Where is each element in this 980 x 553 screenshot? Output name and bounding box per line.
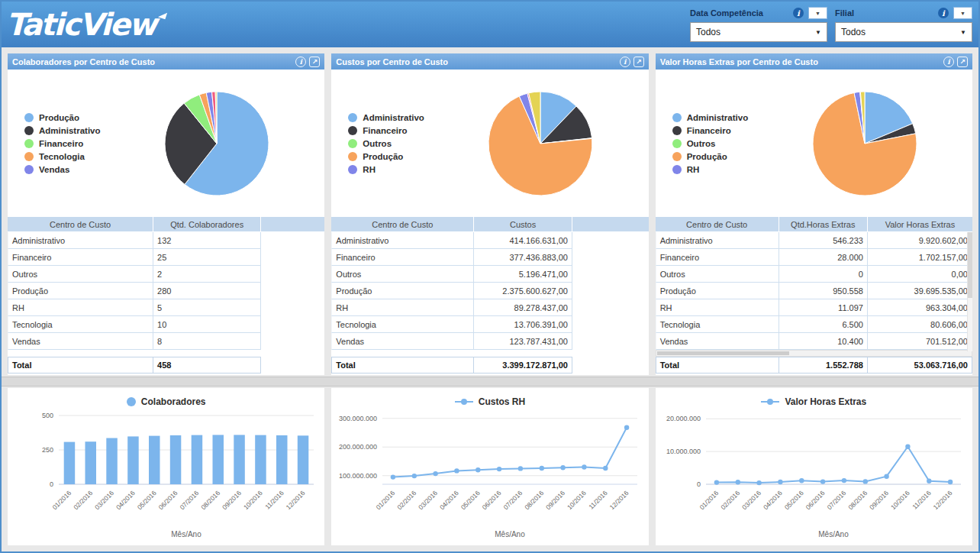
table-cell: Financeiro — [331, 249, 474, 266]
vertical-scrollbar[interactable] — [967, 232, 972, 351]
expand-icon[interactable]: ↗ — [633, 57, 644, 67]
bar-04/2016[interactable] — [127, 436, 139, 484]
legend-item-tecnologia[interactable]: Tecnologia — [24, 152, 101, 161]
legend-item-financeiro[interactable]: Financeiro — [672, 126, 749, 135]
data-point-08/2016[interactable] — [540, 466, 544, 471]
legend-item-producao[interactable]: Produção — [348, 152, 424, 161]
data-point-05/2016[interactable] — [475, 467, 480, 472]
data-point-09/2016[interactable] — [885, 474, 889, 479]
bar-05/2016[interactable] — [149, 436, 160, 484]
legend-item-outros[interactable]: Outros — [348, 139, 424, 148]
bar-08/2016[interactable] — [212, 435, 224, 484]
column-header[interactable]: Qtd.Horas Extras — [779, 217, 868, 231]
legend-item-financeiro[interactable]: Financeiro — [24, 139, 101, 148]
data-point-09/2016[interactable] — [560, 465, 565, 470]
legend-item-producao[interactable]: Produção — [24, 113, 101, 122]
legend-item-administrativo[interactable]: Administrativo — [348, 113, 424, 122]
data-point-12/2016[interactable] — [948, 480, 953, 484]
filial-select[interactable]: Todos ▼ — [835, 22, 972, 42]
data-point-06/2016[interactable] — [497, 467, 501, 471]
data-point-11/2016[interactable] — [603, 466, 608, 471]
data-point-10/2016[interactable] — [582, 464, 586, 469]
legend-item-producao[interactable]: Produção — [672, 152, 749, 161]
info-icon[interactable]: i — [943, 57, 954, 67]
legend-item-administrativo[interactable]: Administrativo — [672, 113, 749, 122]
x-tick-label: 06/2016 — [156, 489, 179, 511]
legend-item-vendas[interactable]: Vendas — [24, 165, 101, 174]
info-icon[interactable]: i — [295, 57, 306, 67]
data-point-01/2016[interactable] — [714, 480, 719, 484]
chart-legend[interactable]: Valor Horas Extras — [761, 394, 866, 409]
bar-10/2016[interactable] — [255, 435, 266, 484]
column-header[interactable] — [572, 217, 649, 231]
data-point-06/2016[interactable] — [820, 479, 825, 483]
table-row: Produção280 — [8, 283, 324, 299]
legend-item-financeiro[interactable]: Financeiro — [348, 126, 424, 135]
scrollbar-thumb[interactable] — [968, 232, 972, 298]
data-point-02/2016[interactable] — [412, 474, 417, 478]
bar-06/2016[interactable] — [169, 435, 181, 484]
data-point-04/2016[interactable] — [454, 468, 459, 473]
horizontal-scrollbar[interactable] — [656, 350, 972, 357]
chart-legend[interactable]: Custos RH — [455, 394, 525, 409]
bar-11/2016[interactable] — [276, 435, 288, 484]
data-point-10/2016[interactable] — [906, 445, 911, 449]
table-header-row: Centro de CustoQtd. Colaboradores — [8, 217, 324, 232]
data-point-02/2016[interactable] — [736, 480, 740, 484]
column-header[interactable]: Qtd. Colaboradores — [153, 217, 261, 231]
data-point-03/2016[interactable] — [433, 471, 437, 476]
data-point-03/2016[interactable] — [757, 480, 762, 485]
legend-color-dot — [24, 139, 34, 148]
column-header[interactable] — [261, 217, 324, 231]
column-header[interactable]: Custos — [474, 217, 572, 231]
legend-item-administrativo[interactable]: Administrativo — [24, 126, 101, 135]
table-row: Produção950.55839.695.535,00 — [656, 283, 972, 299]
bar-03/2016[interactable] — [106, 438, 118, 485]
legend-label: Produção — [687, 152, 727, 161]
data-point-05/2016[interactable] — [799, 478, 804, 483]
scrollbar-thumb[interactable] — [657, 351, 790, 355]
table-cell: Vendas — [331, 333, 474, 350]
table-row: Produção2.375.600.627,00 — [331, 283, 648, 299]
legend-item-rh[interactable]: RH — [348, 165, 424, 174]
legend-color-dot — [348, 113, 357, 122]
panel-valor-horas-extras-mensal: Valor Horas Extras 010.000.00020.000.000… — [656, 388, 972, 545]
column-header[interactable]: Centro de Custo — [656, 217, 779, 231]
data-point-08/2016[interactable] — [863, 479, 868, 483]
data-point-12/2016[interactable] — [624, 425, 629, 430]
info-icon[interactable]: i — [793, 8, 804, 18]
chart-legend[interactable]: Colaboradores — [127, 394, 206, 409]
info-icon[interactable]: i — [938, 8, 949, 18]
column-header[interactable]: Centro de Custo — [331, 217, 474, 231]
expand-icon[interactable]: ↗ — [309, 57, 320, 67]
info-icon[interactable]: i — [620, 57, 630, 67]
data-point-04/2016[interactable] — [779, 480, 783, 484]
legend-color-dot — [672, 165, 682, 174]
legend-color-dot — [672, 126, 682, 135]
legend-item-outros[interactable]: Outros — [672, 139, 749, 148]
app-logo[interactable]: TaticView — [6, 2, 166, 47]
data-point-01/2016[interactable] — [391, 474, 395, 479]
legend-label: Custos RH — [479, 396, 525, 407]
data-point-11/2016[interactable] — [927, 479, 931, 483]
bar-01/2016[interactable] — [63, 442, 75, 484]
table-cell: 13.706.391,00 — [474, 316, 572, 333]
expand-icon[interactable]: ↗ — [957, 57, 968, 67]
filter-options-button[interactable]: ▼ — [953, 7, 972, 19]
data-point-07/2016[interactable] — [842, 478, 846, 483]
legend-label: Administrativo — [39, 126, 101, 135]
y-axis-label: 100.000.000 — [339, 472, 377, 480]
bar-09/2016[interactable] — [234, 435, 245, 484]
data-competencia-select[interactable]: Todos ▼ — [690, 22, 827, 42]
data-point-07/2016[interactable] — [518, 466, 523, 471]
bar-12/2016[interactable] — [297, 435, 308, 484]
section-divider[interactable] — [2, 377, 978, 386]
column-header[interactable]: Valor Horas Extras — [868, 217, 972, 231]
bar-02/2016[interactable] — [85, 441, 96, 484]
bar-chart-colaboradores: 025050001/201602/201603/201604/201605/20… — [11, 409, 321, 541]
bar-07/2016[interactable] — [191, 435, 202, 484]
column-header[interactable]: Centro de Custo — [8, 217, 153, 231]
filter-options-button[interactable]: ▼ — [808, 7, 827, 19]
x-tick-label: 09/2016 — [544, 489, 566, 511]
legend-item-rh[interactable]: RH — [672, 165, 749, 174]
